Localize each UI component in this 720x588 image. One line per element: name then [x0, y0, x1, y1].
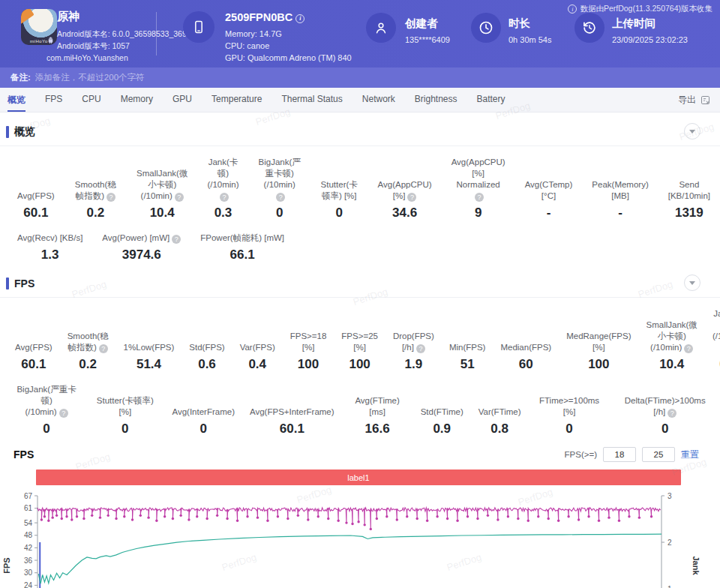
app-package: com.miHoYo.Yuanshen	[46, 53, 128, 62]
info-icon: i	[568, 4, 577, 14]
help-icon[interactable]: ?	[106, 193, 116, 202]
help-icon[interactable]: ?	[407, 193, 416, 202]
metric-label: Std(FPS)	[189, 342, 224, 353]
metric-cell: FPS>=25 [%]100	[334, 331, 386, 372]
metric-cell: Stutter(卡顿率) [%]0	[310, 179, 368, 220]
metric-row: Avg(FPS)60.1Smooth(稳帧指数)?0.2SmallJank(微小…	[0, 146, 720, 222]
metric-value: -	[525, 206, 573, 220]
metric-label: Avg(Power) [mW]?	[102, 232, 181, 244]
help-icon[interactable]: ?	[59, 409, 68, 418]
metric-label: FPS>=25 [%]	[341, 331, 378, 353]
export-label: 导出	[678, 94, 696, 106]
device-info-icon[interactable]: i	[296, 14, 304, 23]
metric-value: 100	[290, 357, 327, 372]
fps-threshold-input-2[interactable]	[642, 447, 675, 462]
metric-value: 60.1	[17, 206, 55, 220]
svg-text:61: 61	[24, 504, 33, 512]
metric-row: Avg(FPS)60.1Smooth(稳帧指数)?0.21%Low(FPS)51…	[0, 298, 720, 374]
metric-label: Peak(Memory) [MB]	[592, 179, 648, 202]
header-divider	[156, 12, 157, 56]
metric-label: Avg(FTime) [ms]	[350, 395, 406, 418]
tab-FPS[interactable]: FPS	[45, 88, 62, 112]
svg-text:3: 3	[668, 492, 672, 500]
device-gpu: GPU: Qualcomm Adreno (TM) 840	[225, 52, 352, 64]
note-bar[interactable]: 备注: 添加备注，不超过200个字符	[0, 68, 720, 88]
metric-value: 66.1	[200, 248, 284, 262]
fps-collapse-button[interactable]	[684, 274, 700, 291]
metric-cell: Min(FPS)51	[442, 342, 494, 372]
duration-value: 0h 30m 54s	[508, 34, 551, 46]
metric-value: 0	[536, 422, 603, 436]
export-icon	[700, 94, 711, 106]
metric-value: 0	[259, 206, 301, 220]
help-icon[interactable]: ?	[175, 193, 184, 202]
tab-Memory[interactable]: Memory	[121, 88, 153, 112]
help-icon[interactable]: ?	[684, 344, 693, 353]
metric-value: 10.4	[646, 357, 697, 372]
chart-label-banner[interactable]: label1	[36, 470, 681, 485]
section-accent-bar	[6, 278, 9, 290]
tab-Battery[interactable]: Battery	[477, 88, 506, 112]
svg-text:FPS: FPS	[2, 557, 11, 573]
fps-threshold-label: FPS(>=)	[565, 450, 597, 459]
metric-value: 100	[341, 357, 378, 372]
metric-value: 0.4	[240, 357, 275, 372]
metric-value: 0.8	[478, 422, 521, 436]
upload-time-value: 23/09/2025 23:02:23	[612, 34, 688, 46]
metric-row: Avg(Recv) [KB/s]1.3Avg(Power) [mW]?3974.…	[0, 222, 720, 264]
metric-value: 16.6	[350, 422, 406, 436]
metric-value: 10.4	[136, 206, 188, 220]
user-icon	[366, 13, 396, 43]
help-icon[interactable]: ?	[172, 235, 181, 244]
metric-value: 1.3	[17, 248, 82, 262]
metric-label: Var(FPS)	[240, 342, 275, 353]
metric-label: SmallJank(微小卡顿) (/10min)?	[136, 168, 188, 202]
metric-value: 0	[320, 206, 358, 220]
clock-icon	[471, 13, 501, 43]
metric-label: Avg(FPS)	[17, 190, 55, 202]
metric-cell: Smooth(稳帧指数)?0.2	[64, 179, 127, 220]
help-icon[interactable]: ?	[416, 344, 425, 353]
help-icon[interactable]: ?	[668, 409, 676, 418]
metric-cell: FPS>=18 [%]100	[283, 331, 334, 372]
overview-metrics: Avg(FPS)60.1Smooth(稳帧指数)?0.2SmallJank(微小…	[0, 146, 720, 264]
device-model: 2509FPN0BC i	[225, 11, 304, 23]
svg-text:24: 24	[24, 581, 33, 588]
metric-cell: Stutter(卡顿率) [%]0	[86, 395, 164, 436]
reset-button[interactable]: 重置	[681, 448, 699, 461]
fps-chart[interactable]: 0612182430364248546167012300:0001:3803:1…	[0, 488, 705, 588]
overview-collapse-button[interactable]	[684, 123, 700, 140]
metric-value: -	[592, 206, 648, 220]
metric-label: Stutter(卡顿率) [%]	[93, 395, 157, 418]
tab-CPU[interactable]: CPU	[82, 88, 100, 112]
tab-GPU[interactable]: GPU	[172, 88, 192, 112]
help-icon[interactable]: ?	[220, 193, 229, 202]
metric-value: 51	[449, 357, 486, 372]
metric-cell: Var(FPS)0.4	[232, 342, 283, 372]
tab-概览[interactable]: 概览	[8, 88, 26, 112]
metric-value: 0.9	[421, 422, 464, 436]
metric-cell: Avg(FPS+InterFrame)60.1	[242, 406, 342, 436]
metric-cell: Std(FTime)0.9	[413, 406, 471, 436]
tab-Network[interactable]: Network	[362, 88, 395, 112]
metric-value: 60.1	[250, 422, 334, 436]
fps-threshold-input-1[interactable]	[603, 447, 636, 462]
section-accent-bar	[6, 126, 9, 138]
metric-label: 1%Low(FPS)	[124, 342, 175, 353]
svg-text:54: 54	[24, 519, 33, 527]
metric-label: Send [KB/10min]	[668, 179, 710, 202]
tab-Thermal Status[interactable]: Thermal Status	[281, 88, 342, 112]
metric-cell: 1%Low(FPS)51.4	[116, 342, 182, 372]
metric-label: Avg(InterFrame)	[172, 406, 235, 418]
help-icon[interactable]: ?	[475, 193, 484, 202]
app-icon-badge	[21, 9, 34, 24]
tab-Temperature[interactable]: Temperature	[212, 88, 262, 112]
export-button[interactable]: 导出	[678, 88, 711, 112]
tab-Brightness[interactable]: Brightness	[415, 88, 458, 112]
help-icon[interactable]: ?	[276, 193, 285, 202]
metric-label: FPower(帧能耗) [mW]	[200, 232, 284, 244]
svg-text:Jank: Jank	[692, 556, 700, 575]
metric-label: FTime>=100ms [%]	[536, 395, 603, 418]
help-icon[interactable]: ?	[99, 344, 108, 353]
metric-cell: Avg(AppCPU) [%]?34.6	[368, 179, 442, 220]
